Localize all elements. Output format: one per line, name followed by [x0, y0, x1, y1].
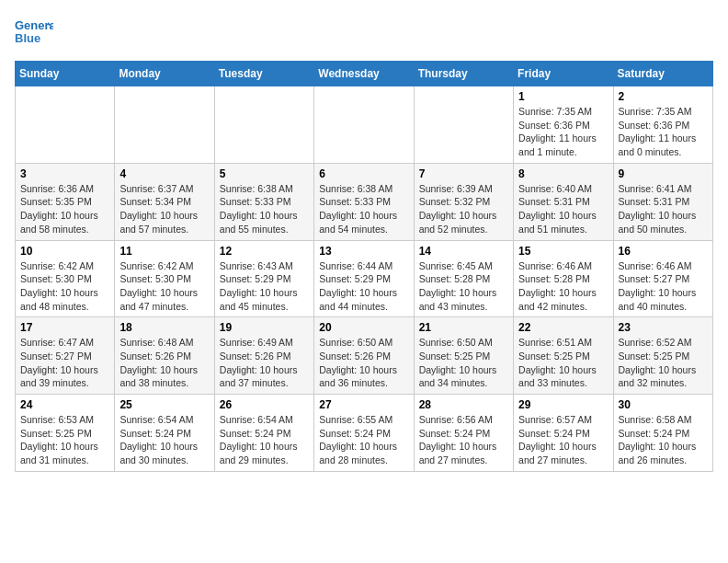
day-number: 5: [220, 167, 309, 180]
day-number: 19: [220, 321, 309, 334]
day-number: 14: [419, 245, 508, 258]
calendar-table: SundayMondayTuesdayWednesdayThursdayFrid…: [15, 61, 713, 472]
day-info: Sunrise: 6:42 AM Sunset: 5:30 PM Dayligh…: [20, 259, 109, 314]
day-info: Sunrise: 6:54 AM Sunset: 5:24 PM Dayligh…: [119, 413, 209, 467]
calendar-cell: 1Sunrise: 7:35 AM Sunset: 6:36 PM Daylig…: [514, 86, 613, 164]
day-info: Sunrise: 7:35 AM Sunset: 6:36 PM Dayligh…: [518, 105, 608, 159]
day-number: 6: [319, 167, 408, 180]
day-number: 21: [419, 321, 508, 334]
day-number: 15: [518, 245, 608, 258]
day-info: Sunrise: 6:55 AM Sunset: 5:24 PM Dayligh…: [319, 413, 408, 467]
weekday-header-row: SundayMondayTuesdayWednesdayThursdayFrid…: [16, 62, 713, 86]
day-info: Sunrise: 6:49 AM Sunset: 5:26 PM Dayligh…: [220, 336, 309, 390]
calendar-cell: 17Sunrise: 6:47 AM Sunset: 5:27 PM Dayli…: [16, 317, 115, 395]
calendar-cell: 2Sunrise: 7:35 AM Sunset: 6:36 PM Daylig…: [613, 86, 712, 164]
day-info: Sunrise: 6:39 AM Sunset: 5:32 PM Dayligh…: [419, 182, 508, 236]
day-number: 25: [119, 398, 209, 411]
calendar-cell: 10Sunrise: 6:42 AM Sunset: 5:30 PM Dayli…: [16, 240, 115, 317]
day-info: Sunrise: 6:41 AM Sunset: 5:31 PM Dayligh…: [619, 182, 708, 236]
calendar-week-2: 10Sunrise: 6:42 AM Sunset: 5:30 PM Dayli…: [16, 240, 713, 317]
weekday-header-wednesday: Wednesday: [314, 62, 414, 86]
day-number: 22: [518, 321, 608, 334]
day-number: 20: [319, 321, 408, 334]
calendar-cell: 11Sunrise: 6:42 AM Sunset: 5:30 PM Dayli…: [115, 240, 214, 317]
calendar-cell: 7Sunrise: 6:39 AM Sunset: 5:32 PM Daylig…: [414, 163, 513, 240]
day-number: 12: [220, 245, 309, 258]
calendar-week-1: 3Sunrise: 6:36 AM Sunset: 5:35 PM Daylig…: [16, 163, 713, 240]
day-info: Sunrise: 6:42 AM Sunset: 5:30 PM Dayligh…: [119, 259, 209, 314]
calendar-cell: 29Sunrise: 6:57 AM Sunset: 5:24 PM Dayli…: [514, 395, 613, 472]
day-number: 11: [119, 245, 209, 258]
day-info: Sunrise: 6:56 AM Sunset: 5:24 PM Dayligh…: [419, 413, 508, 467]
day-number: 4: [119, 167, 209, 180]
day-info: Sunrise: 6:58 AM Sunset: 5:24 PM Dayligh…: [619, 413, 708, 467]
day-number: 8: [518, 167, 608, 180]
day-info: Sunrise: 6:46 AM Sunset: 5:28 PM Dayligh…: [518, 259, 608, 314]
calendar-cell: 28Sunrise: 6:56 AM Sunset: 5:24 PM Dayli…: [414, 395, 513, 472]
calendar-cell: 23Sunrise: 6:52 AM Sunset: 5:25 PM Dayli…: [613, 317, 712, 395]
calendar-week-3: 17Sunrise: 6:47 AM Sunset: 5:27 PM Dayli…: [16, 317, 713, 395]
day-info: Sunrise: 6:53 AM Sunset: 5:25 PM Dayligh…: [20, 413, 109, 467]
calendar-cell: 4Sunrise: 6:37 AM Sunset: 5:34 PM Daylig…: [115, 163, 214, 240]
day-info: Sunrise: 6:50 AM Sunset: 5:25 PM Dayligh…: [419, 336, 508, 390]
page-header: General Blue: [15, 15, 713, 50]
day-number: 27: [319, 398, 408, 411]
day-number: 30: [619, 398, 708, 411]
calendar-cell: 27Sunrise: 6:55 AM Sunset: 5:24 PM Dayli…: [314, 395, 414, 472]
calendar-cell: 5Sunrise: 6:38 AM Sunset: 5:33 PM Daylig…: [214, 163, 313, 240]
calendar-cell: [16, 86, 115, 164]
day-info: Sunrise: 6:36 AM Sunset: 5:35 PM Dayligh…: [20, 182, 109, 236]
calendar-cell: 8Sunrise: 6:40 AM Sunset: 5:31 PM Daylig…: [514, 163, 613, 240]
calendar-cell: [414, 86, 513, 164]
day-info: Sunrise: 6:52 AM Sunset: 5:25 PM Dayligh…: [619, 336, 708, 390]
calendar-cell: 16Sunrise: 6:46 AM Sunset: 5:27 PM Dayli…: [613, 240, 712, 317]
day-number: 16: [619, 245, 708, 258]
calendar-body: 1Sunrise: 7:35 AM Sunset: 6:36 PM Daylig…: [16, 86, 713, 472]
svg-text:General: General: [15, 18, 53, 32]
day-number: 28: [419, 398, 508, 411]
day-info: Sunrise: 6:43 AM Sunset: 5:29 PM Dayligh…: [220, 259, 309, 314]
day-number: 3: [20, 167, 109, 180]
svg-text:Blue: Blue: [15, 31, 40, 45]
day-number: 10: [20, 245, 109, 258]
calendar-cell: 24Sunrise: 6:53 AM Sunset: 5:25 PM Dayli…: [16, 395, 115, 472]
calendar-cell: 20Sunrise: 6:50 AM Sunset: 5:26 PM Dayli…: [314, 317, 414, 395]
day-info: Sunrise: 6:47 AM Sunset: 5:27 PM Dayligh…: [20, 336, 109, 390]
calendar-cell: 3Sunrise: 6:36 AM Sunset: 5:35 PM Daylig…: [16, 163, 115, 240]
weekday-header-sunday: Sunday: [16, 62, 115, 86]
calendar-cell: 21Sunrise: 6:50 AM Sunset: 5:25 PM Dayli…: [414, 317, 513, 395]
day-info: Sunrise: 6:48 AM Sunset: 5:26 PM Dayligh…: [119, 336, 209, 390]
day-info: Sunrise: 6:38 AM Sunset: 5:33 PM Dayligh…: [319, 182, 408, 236]
day-number: 18: [119, 321, 209, 334]
day-info: Sunrise: 6:40 AM Sunset: 5:31 PM Dayligh…: [518, 182, 608, 236]
day-number: 2: [619, 90, 708, 103]
day-info: Sunrise: 6:57 AM Sunset: 5:24 PM Dayligh…: [518, 413, 608, 467]
calendar-cell: 25Sunrise: 6:54 AM Sunset: 5:24 PM Dayli…: [115, 395, 214, 472]
day-info: Sunrise: 6:46 AM Sunset: 5:27 PM Dayligh…: [619, 259, 708, 314]
calendar-cell: 30Sunrise: 6:58 AM Sunset: 5:24 PM Dayli…: [613, 395, 712, 472]
day-info: Sunrise: 6:45 AM Sunset: 5:28 PM Dayligh…: [419, 259, 508, 314]
calendar-cell: 13Sunrise: 6:44 AM Sunset: 5:29 PM Dayli…: [314, 240, 414, 317]
weekday-header-tuesday: Tuesday: [214, 62, 313, 86]
weekday-header-monday: Monday: [115, 62, 214, 86]
calendar-cell: 6Sunrise: 6:38 AM Sunset: 5:33 PM Daylig…: [314, 163, 414, 240]
calendar-cell: 15Sunrise: 6:46 AM Sunset: 5:28 PM Dayli…: [514, 240, 613, 317]
calendar-cell: 14Sunrise: 6:45 AM Sunset: 5:28 PM Dayli…: [414, 240, 513, 317]
weekday-header-friday: Friday: [514, 62, 613, 86]
calendar-week-4: 24Sunrise: 6:53 AM Sunset: 5:25 PM Dayli…: [16, 395, 713, 472]
day-number: 23: [619, 321, 708, 334]
day-info: Sunrise: 6:37 AM Sunset: 5:34 PM Dayligh…: [119, 182, 209, 236]
logo-svg: General Blue: [15, 15, 53, 50]
weekday-header-saturday: Saturday: [613, 62, 712, 86]
calendar-cell: [214, 86, 313, 164]
calendar-cell: 9Sunrise: 6:41 AM Sunset: 5:31 PM Daylig…: [613, 163, 712, 240]
calendar-cell: [314, 86, 414, 164]
calendar-week-0: 1Sunrise: 7:35 AM Sunset: 6:36 PM Daylig…: [16, 86, 713, 164]
weekday-header-thursday: Thursday: [414, 62, 513, 86]
day-number: 17: [20, 321, 109, 334]
day-number: 7: [419, 167, 508, 180]
calendar-header: SundayMondayTuesdayWednesdayThursdayFrid…: [16, 62, 713, 86]
calendar-cell: 22Sunrise: 6:51 AM Sunset: 5:25 PM Dayli…: [514, 317, 613, 395]
logo: General Blue: [15, 15, 53, 50]
calendar-cell: 26Sunrise: 6:54 AM Sunset: 5:24 PM Dayli…: [214, 395, 313, 472]
